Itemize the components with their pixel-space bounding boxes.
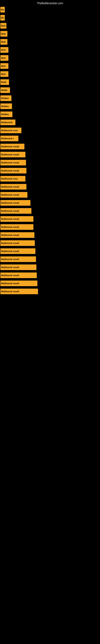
bar-row: Bottleneck result (0, 231, 100, 239)
bar-label: Bottleneck result (1, 282, 19, 284)
bar-label: Bottle (1, 89, 7, 91)
bar-label: Bott (1, 65, 6, 67)
bar-label: Bottleneck result (1, 145, 19, 148)
title: TheBottlenecker.com (0, 0, 100, 6)
result-bar: Bottlen (0, 104, 12, 109)
result-bar: Bottleneck result (0, 208, 31, 214)
result-bar: Bott (0, 31, 7, 37)
bar-label: Bottleneck result (1, 250, 19, 252)
bar-row: Bott (0, 62, 100, 70)
result-bar: Bott (0, 23, 6, 28)
bar-label: Bott (1, 57, 6, 59)
bar-label: Bottleneck result (1, 210, 19, 212)
result-bar: Bottle (0, 87, 10, 93)
bar-row: Bottleneck resu (0, 175, 100, 183)
bar-label: Bott (1, 49, 6, 51)
bar-row: Bott (0, 54, 100, 62)
result-bar: Bott (0, 47, 8, 53)
bar-label: Bott (1, 24, 6, 27)
result-bar: Bottleneck (0, 120, 15, 125)
bar-row: Bott (0, 46, 100, 54)
result-bar: Bott (0, 55, 8, 61)
bar-label: Bottlen (1, 105, 9, 108)
bar-row: Bottleneck result (0, 150, 100, 158)
result-bar: Bott (0, 71, 8, 77)
bar-label: Bo (1, 16, 4, 19)
bar-row: Bo (0, 14, 100, 22)
bar-row: Bottleneck resu (0, 126, 100, 134)
result-bar: Bottleneck result (0, 240, 35, 246)
result-bar: Bottleneck result (0, 192, 27, 198)
bar-row: Bottleneck result (0, 158, 100, 167)
result-bar: Bottleneck result (0, 248, 35, 254)
result-bar: Bo (0, 15, 5, 20)
bar-label: Bott (1, 73, 6, 75)
bar-row: Bottlen (0, 94, 100, 102)
bar-row: Bottl (0, 78, 100, 86)
bar-row: Bottleneck result (0, 142, 100, 150)
bar-label: Bottleneck resu (1, 129, 18, 132)
bar-row: Bottleneck result (0, 288, 100, 296)
bar-row: Bottleneck result (0, 191, 100, 199)
bar-label: Bottlen (1, 97, 9, 100)
bar-row: Bott (0, 30, 100, 38)
bar-row: Bott (0, 38, 100, 46)
bar-row: Bottleneck result (0, 271, 100, 279)
result-bar: Bottleneck result (0, 144, 24, 149)
bar-row: Bottleneck result (0, 215, 100, 223)
result-bar: Bottleneck result (0, 168, 26, 174)
bar-row: Bottle (0, 86, 100, 94)
bar-label: Bottleneck result (1, 226, 19, 228)
bar-label: Bottleneck result (1, 194, 19, 196)
bar-label: Bottleneck result (1, 202, 19, 204)
bar-row: Bottleneck result (0, 183, 100, 191)
bar-label: Bottleneck result (1, 234, 19, 236)
bar-row: Bott (0, 70, 100, 78)
bar-row: Bott (0, 22, 100, 30)
bar-row: Bottleneck result (0, 263, 100, 271)
bar-label: Bo (1, 8, 4, 11)
bar-label: Bottleneck result (1, 218, 19, 220)
bar-row: Bottlen (0, 110, 100, 118)
bar-label: Bottleneck result (1, 162, 19, 164)
bar-label: Bott (1, 41, 6, 43)
result-bar: Bottleneck resu (0, 176, 25, 182)
bar-label: Bottleneck resu (1, 178, 18, 180)
bar-row: Bottleneck result (0, 207, 100, 215)
result-bar: Bottleneck result (0, 232, 34, 238)
result-bar: Bottlen (0, 112, 12, 117)
bar-label: Bottleneck result (1, 170, 19, 172)
bar-row: Bottleneck result (0, 199, 100, 207)
result-bar: Bottl (0, 79, 9, 85)
bar-row: Bo (0, 6, 100, 14)
bar-label: Bottleneck result (1, 290, 19, 292)
bar-label: Bottl (1, 81, 6, 83)
bar-row: Bottleneck result (0, 167, 100, 175)
bar-row: Bottleneck r (0, 134, 100, 142)
result-bar: Bottleneck result (0, 272, 37, 278)
result-bar: Bottleneck r (0, 136, 18, 141)
result-bar: Bott (0, 39, 7, 45)
bar-label: Bottleneck result (1, 242, 19, 244)
bar-label: Bott (1, 32, 6, 35)
result-bar: Bottlen (0, 96, 11, 101)
result-bar: Bottleneck result (0, 224, 33, 230)
result-bar: Bottleneck result (0, 256, 36, 262)
result-bar: Bottleneck result (0, 160, 26, 166)
bar-row: Bottleneck result (0, 255, 100, 263)
bar-label: Bottleneck result (1, 266, 19, 268)
result-bar: Bott (0, 63, 8, 69)
bar-label: Bottleneck (1, 121, 12, 124)
result-bar: Bottleneck result (0, 152, 25, 158)
bar-row: Bottleneck result (0, 279, 100, 288)
result-bar: Bottleneck result (0, 264, 36, 270)
bar-label: Bottlen (1, 113, 9, 116)
bar-label: Bottleneck result (1, 274, 19, 276)
bar-label: Bottleneck result (1, 153, 19, 156)
bar-row: Bottleneck (0, 118, 100, 126)
bar-label: Bottleneck result (1, 258, 19, 260)
bar-label: Bottleneck r (1, 137, 14, 140)
result-bar: Bottleneck result (0, 288, 38, 294)
result-bar: Bottleneck result (0, 200, 30, 206)
result-bar: Bottleneck result (0, 280, 37, 286)
